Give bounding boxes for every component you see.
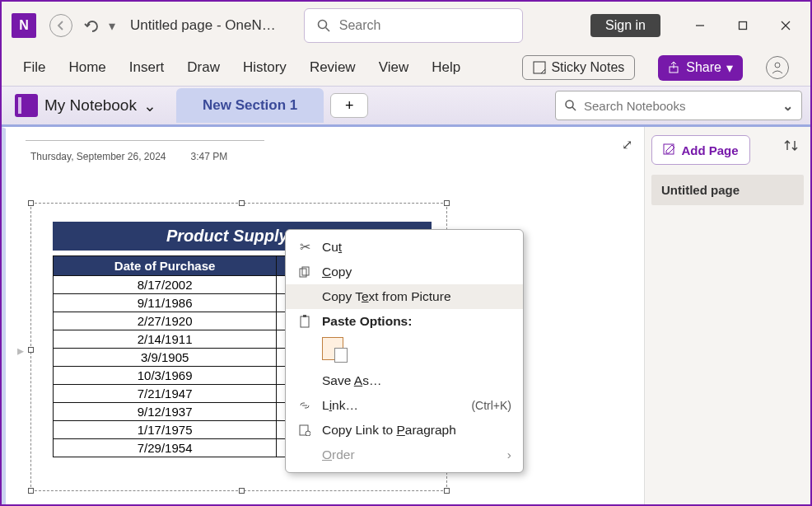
menubar: File Home Insert Draw History Review Vie… (2, 49, 810, 86)
ctx-copy-text-from-picture[interactable]: Copy Text from Picture (286, 284, 523, 309)
section-tab[interactable]: New Section 1 (176, 88, 324, 123)
menu-file[interactable]: File (23, 59, 45, 76)
window-title: Untitled page - OneN… (130, 17, 276, 34)
share-label: Share (686, 60, 721, 75)
svg-line-1 (325, 28, 329, 32)
user-icon[interactable] (766, 56, 789, 79)
page-time: 3:47 PM (191, 151, 228, 162)
chevron-down-icon[interactable]: ⌄ (782, 98, 793, 114)
paste-option-icon (322, 337, 343, 360)
cut-icon: ✂ (297, 240, 312, 255)
sticky-notes-button[interactable]: Sticky Notes (522, 55, 635, 80)
signin-button[interactable]: Sign in (590, 14, 660, 37)
ctx-paste-keep-source[interactable] (286, 334, 523, 368)
qat-dropdown[interactable]: ▾ (109, 18, 115, 34)
page-meta: Thursday, September 26, 2024 3:47 PM (26, 148, 624, 167)
edit-icon (663, 143, 676, 157)
sticky-label: Sticky Notes (551, 60, 624, 75)
share-icon (668, 61, 681, 74)
menu-view[interactable]: View (379, 59, 409, 76)
chevron-right-icon: › (507, 447, 511, 462)
svg-point-9 (566, 101, 573, 108)
ctx-order: Order › (286, 443, 523, 467)
page-date: Thursday, September 26, 2024 (30, 151, 166, 162)
notebook-picker[interactable]: My Notebook ⌄ (2, 94, 170, 117)
ctx-paste-options-header: Paste Options: (286, 309, 523, 334)
paste-options-label: Paste Options: (322, 314, 412, 329)
menu-home[interactable]: Home (68, 59, 105, 76)
notebook-search[interactable]: ⌄ (555, 91, 802, 120)
ctx-copy[interactable]: Copy (286, 260, 523, 284)
menu-help[interactable]: Help (432, 59, 460, 76)
search-icon (564, 99, 577, 112)
ctx-cut[interactable]: ✂ Cut (286, 235, 523, 260)
notebook-bar: My Notebook ⌄ New Section 1 + ⌄ (2, 86, 810, 127)
add-page-button[interactable]: Add Page (651, 135, 750, 165)
page-list-item[interactable]: Untitled page (651, 175, 804, 205)
note-icon (533, 61, 546, 74)
ctx-save-as[interactable]: Save As… (286, 368, 523, 393)
maximize-button[interactable] (723, 11, 763, 40)
search-input[interactable] (339, 18, 511, 33)
add-section-button[interactable]: + (330, 93, 368, 118)
svg-point-0 (318, 21, 326, 29)
chevron-down-icon: ▾ (726, 60, 733, 76)
col-date: Date of Purchase (54, 256, 277, 276)
menu-history[interactable]: History (243, 59, 287, 76)
close-button[interactable] (766, 11, 805, 40)
svg-rect-15 (303, 315, 306, 317)
ctx-link[interactable]: Link… (Ctrl+K) (286, 393, 523, 418)
menu-draw[interactable]: Draw (187, 59, 220, 76)
paste-icon (297, 315, 312, 328)
notebook-icon (15, 94, 38, 117)
page-title-input[interactable] (26, 140, 264, 141)
svg-rect-3 (740, 22, 747, 30)
svg-line-10 (572, 107, 576, 110)
add-page-label: Add Page (681, 143, 738, 157)
search-icon (316, 18, 331, 33)
expand-icon[interactable]: ⤢ (622, 137, 632, 152)
container-move-handle[interactable]: ▸ (17, 343, 24, 358)
minimize-button[interactable] (680, 11, 720, 40)
link-shortcut: (Ctrl+K) (471, 399, 511, 412)
ctx-copy-link-paragraph[interactable]: Copy Link to Paragraph (286, 418, 523, 443)
undo-button[interactable] (82, 16, 100, 35)
global-search[interactable] (304, 8, 523, 43)
link-icon (297, 401, 312, 410)
app-logo: N (12, 13, 36, 38)
notebook-name: My Notebook (44, 96, 137, 115)
menu-insert[interactable]: Insert (129, 59, 165, 76)
chevron-down-icon: ⌄ (143, 96, 156, 115)
svg-rect-6 (534, 62, 545, 73)
svg-point-17 (306, 431, 310, 436)
svg-point-8 (775, 63, 780, 68)
svg-rect-14 (301, 316, 309, 327)
sort-icon[interactable] (784, 138, 799, 153)
paragraph-link-icon (297, 424, 312, 436)
share-button[interactable]: Share ▾ (658, 55, 743, 81)
copy-icon (297, 266, 312, 278)
context-menu: ✂ Cut Copy Copy Text from Picture Paste … (285, 229, 524, 473)
notebook-search-input[interactable] (584, 99, 776, 113)
menu-review[interactable]: Review (310, 59, 356, 76)
back-button[interactable] (49, 14, 72, 37)
titlebar: N ▾ Untitled page - OneN… Sign in (2, 2, 810, 49)
pages-sidebar: Add Page Untitled page (644, 127, 810, 506)
